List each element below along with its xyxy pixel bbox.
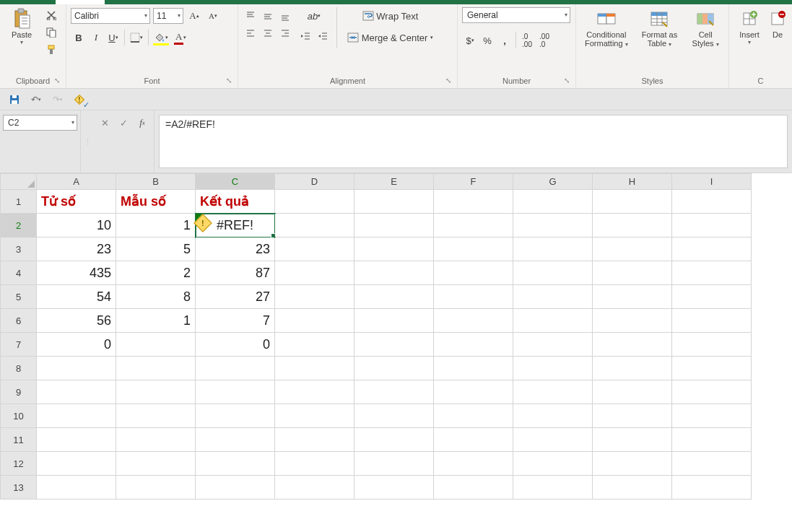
cell-B1[interactable]: Mẫu số xyxy=(116,190,196,214)
cell-E12[interactable] xyxy=(354,452,434,476)
cell-B4[interactable]: 2 xyxy=(116,261,196,285)
cell-F9[interactable] xyxy=(434,380,513,404)
cell-B6[interactable]: 1 xyxy=(116,309,196,333)
cell-F6[interactable] xyxy=(434,309,513,333)
row-header-5[interactable]: 5 xyxy=(1,285,37,309)
cell-E7[interactable] xyxy=(354,333,434,357)
cell-C9[interactable] xyxy=(196,380,275,404)
cell-G7[interactable] xyxy=(513,333,593,357)
cell-F12[interactable] xyxy=(434,452,513,476)
cell-C10[interactable] xyxy=(196,404,275,428)
cell-B10[interactable] xyxy=(116,404,196,428)
cell-H11[interactable] xyxy=(593,428,672,452)
cell-A3[interactable]: 23 xyxy=(37,237,116,261)
cell-G8[interactable] xyxy=(513,357,593,380)
decrease-indent-button[interactable] xyxy=(297,27,313,45)
orientation-button[interactable]: ab▾ xyxy=(297,7,331,25)
wrap-text-button[interactable]: Wrap Text xyxy=(343,7,438,25)
cell-E8[interactable] xyxy=(354,357,434,380)
alignment-launcher[interactable]: ⤡ xyxy=(445,77,454,85)
cell-B12[interactable] xyxy=(116,452,196,476)
fill-color-button[interactable]: ▾ xyxy=(152,29,170,46)
align-center-button[interactable] xyxy=(260,25,276,42)
cell-H7[interactable] xyxy=(593,333,672,357)
cell-H13[interactable] xyxy=(593,476,672,500)
accounting-format-button[interactable]: $ ▾ xyxy=(462,32,478,49)
cell-B3[interactable]: 5 xyxy=(116,237,196,261)
conditional-formatting-button[interactable]: Conditional Formatting ▾ xyxy=(580,7,632,48)
cell-G4[interactable] xyxy=(513,261,593,285)
cell-B2[interactable]: !1 xyxy=(116,214,196,237)
formula-input[interactable]: =A2/#REF! xyxy=(159,115,788,168)
cell-D1[interactable] xyxy=(275,190,354,214)
column-header-C[interactable]: C xyxy=(196,174,275,190)
cell-D2[interactable] xyxy=(275,214,354,237)
cell-I4[interactable] xyxy=(672,261,752,285)
column-header-I[interactable]: I xyxy=(672,174,752,190)
cell-C5[interactable]: 27 xyxy=(196,285,275,309)
cell-I5[interactable] xyxy=(672,285,752,309)
number-format-select[interactable]: General ▾ xyxy=(462,7,570,23)
cell-E3[interactable] xyxy=(354,237,434,261)
copy-button[interactable] xyxy=(43,25,59,40)
row-header-3[interactable]: 3 xyxy=(1,237,37,261)
cell-F1[interactable] xyxy=(434,190,513,214)
undo-button[interactable]: ↶ ▾ xyxy=(27,91,45,108)
cell-I9[interactable] xyxy=(672,380,752,404)
cell-D7[interactable] xyxy=(275,333,354,357)
cell-C12[interactable] xyxy=(196,452,275,476)
cell-H1[interactable] xyxy=(593,190,672,214)
align-bottom-button[interactable] xyxy=(277,7,293,25)
cell-E4[interactable] xyxy=(354,261,434,285)
cell-G10[interactable] xyxy=(513,404,593,428)
cell-H5[interactable] xyxy=(593,285,672,309)
cell-C3[interactable]: 23 xyxy=(196,237,275,261)
qat-warning-button[interactable]: ! ✓ xyxy=(71,91,88,108)
cell-G3[interactable] xyxy=(513,237,593,261)
cell-E10[interactable] xyxy=(354,404,434,428)
cell-A2[interactable]: 10 xyxy=(37,214,116,237)
cell-G9[interactable] xyxy=(513,380,593,404)
comma-format-button[interactable]: , xyxy=(497,32,513,49)
cell-B8[interactable] xyxy=(116,357,196,380)
cell-F3[interactable] xyxy=(434,237,513,261)
cell-C8[interactable] xyxy=(196,357,275,380)
column-header-E[interactable]: E xyxy=(354,174,434,190)
cell-F13[interactable] xyxy=(434,476,513,500)
row-header-8[interactable]: 8 xyxy=(1,357,37,380)
cell-I3[interactable] xyxy=(672,237,752,261)
clipboard-launcher[interactable]: ⤡ xyxy=(54,77,63,85)
row-header-4[interactable]: 4 xyxy=(1,261,37,285)
cell-D6[interactable] xyxy=(275,309,354,333)
save-button[interactable] xyxy=(6,91,23,108)
cell-F4[interactable] xyxy=(434,261,513,285)
cell-I2[interactable] xyxy=(672,214,752,237)
cell-F10[interactable] xyxy=(434,404,513,428)
cell-D8[interactable] xyxy=(275,357,354,380)
align-top-button[interactable] xyxy=(243,7,258,25)
font-color-button[interactable]: A ▾ xyxy=(172,29,188,46)
cell-G13[interactable] xyxy=(513,476,593,500)
column-header-A[interactable]: A xyxy=(37,174,116,190)
cell-D10[interactable] xyxy=(275,404,354,428)
cell-F5[interactable] xyxy=(434,285,513,309)
paste-button[interactable]: Paste ▾ xyxy=(4,7,39,45)
cell-H4[interactable] xyxy=(593,261,672,285)
cell-C4[interactable]: 87 xyxy=(196,261,275,285)
cell-A7[interactable]: 0 xyxy=(37,333,116,357)
row-header-1[interactable]: 1 xyxy=(1,190,37,214)
italic-button[interactable]: I xyxy=(88,29,104,46)
column-header-G[interactable]: G xyxy=(513,174,593,190)
align-right-button[interactable] xyxy=(277,25,293,42)
cut-button[interactable] xyxy=(43,7,59,23)
insert-function-button[interactable]: fx xyxy=(134,115,151,131)
cell-G5[interactable] xyxy=(513,285,593,309)
cell-A10[interactable] xyxy=(37,404,116,428)
cell-H10[interactable] xyxy=(593,404,672,428)
cell-B9[interactable] xyxy=(116,380,196,404)
cell-E9[interactable] xyxy=(354,380,434,404)
cell-I10[interactable] xyxy=(672,404,752,428)
decrease-font-button[interactable]: A▾ xyxy=(205,7,221,25)
cell-E11[interactable] xyxy=(354,428,434,452)
cell-I8[interactable] xyxy=(672,357,752,380)
